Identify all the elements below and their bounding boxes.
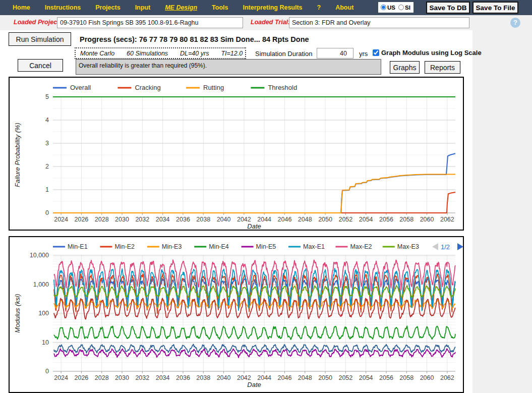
nav-item-interpreting-results[interactable]: Interpreting Results	[243, 4, 302, 11]
units-radio-si[interactable]: SI	[398, 5, 410, 11]
svg-text:2034: 2034	[156, 374, 170, 381]
modulus-chart-panel: 0101001,00010,00020242026202820302032203…	[9, 236, 464, 393]
nav-item-input[interactable]: Input	[135, 4, 151, 11]
legend-next-icon[interactable]	[457, 243, 463, 250]
nav-item-about[interactable]: About	[335, 4, 353, 11]
simulation-duration-input[interactable]	[317, 48, 353, 59]
units-toggle-group: US SI	[378, 2, 413, 13]
svg-text:2028: 2028	[95, 216, 109, 223]
save-to-file-button[interactable]: Save To File	[472, 2, 518, 14]
svg-text:2046: 2046	[278, 216, 292, 223]
svg-text:Min-E5: Min-E5	[256, 243, 276, 250]
reports-button[interactable]: Reports	[425, 61, 460, 74]
svg-text:Cracking: Cracking	[135, 84, 160, 91]
legend-item-min-e3[interactable]: Min-E3	[147, 243, 182, 250]
legend-prev-icon[interactable]	[432, 243, 438, 250]
loaded-trial-label: Loaded Trial:	[251, 19, 290, 26]
series-overall	[53, 153, 455, 213]
svg-text:2026: 2026	[75, 216, 89, 223]
svg-text:2024: 2024	[54, 216, 68, 223]
si-radio[interactable]	[398, 5, 404, 10]
svg-text:Overall: Overall	[70, 84, 91, 91]
status-box: Overall reliability is greater than requ…	[76, 59, 381, 75]
legend-item-cracking[interactable]: Cracking	[117, 84, 160, 91]
svg-text:2038: 2038	[196, 216, 210, 223]
svg-text:2060: 2060	[420, 374, 434, 381]
svg-text:Min-E2: Min-E2	[114, 243, 135, 250]
run-simulation-button[interactable]: Run Simulation	[9, 32, 71, 46]
legend-item-min-e2[interactable]: Min-E2	[100, 243, 135, 250]
units-radio-us[interactable]: US	[381, 5, 395, 11]
svg-text:2056: 2056	[379, 216, 393, 223]
svg-text:Rutting: Rutting	[203, 84, 224, 91]
svg-text:0: 0	[45, 209, 49, 216]
project-bar: Loaded Project: Loaded Trial:	[0, 15, 532, 30]
svg-text:100: 100	[38, 310, 49, 317]
svg-text:4: 4	[45, 117, 49, 124]
legend-item-max-e2[interactable]: Max-E2	[335, 243, 372, 250]
svg-text:0: 0	[45, 368, 49, 375]
monte-carlo-traffic-index: TI=12.0	[221, 50, 243, 57]
svg-text:2048: 2048	[298, 374, 312, 381]
loaded-trial-input[interactable]	[289, 17, 469, 28]
svg-text:2054: 2054	[359, 374, 373, 381]
legend-item-max-e1[interactable]: Max-E1	[288, 243, 325, 250]
monte-carlo-simulations: 60 Simulations	[127, 50, 168, 57]
loaded-project-input[interactable]	[57, 17, 243, 28]
svg-text:2032: 2032	[135, 374, 149, 381]
svg-text:5: 5	[45, 93, 49, 100]
x-axis-title: Date	[247, 222, 261, 230]
nav-item-home[interactable]: Home	[13, 4, 30, 11]
svg-text:2036: 2036	[176, 374, 190, 381]
svg-text:2042: 2042	[237, 374, 251, 381]
svg-text:2060: 2060	[420, 216, 434, 223]
svg-text:2024: 2024	[54, 374, 68, 381]
legend-item-min-e4[interactable]: Min-E4	[194, 243, 229, 250]
simulation-duration-label: Simulation Duration	[255, 50, 312, 58]
chart-legend: OverallCrackingRuttingThreshold	[53, 84, 297, 91]
svg-text:Min-E3: Min-E3	[162, 243, 182, 250]
help-icon[interactable]: ?	[510, 18, 520, 28]
svg-text:2040: 2040	[217, 216, 231, 223]
svg-text:10: 10	[42, 339, 49, 346]
svg-text:2028: 2028	[95, 374, 109, 381]
svg-text:2062: 2062	[440, 216, 454, 223]
series-rutting	[53, 175, 455, 213]
save-to-db-button[interactable]: Save To DB	[426, 2, 470, 14]
svg-text:Min-E4: Min-E4	[209, 243, 229, 250]
us-radio[interactable]	[381, 5, 386, 10]
nav-item-instructions[interactable]: Instructions	[45, 4, 81, 11]
axis-labels: 0123452024202620282030203220342036203820…	[14, 93, 454, 230]
svg-text:10,000: 10,000	[30, 252, 49, 259]
series-cracking	[53, 192, 455, 213]
legend-item-threshold[interactable]: Threshold	[251, 84, 297, 91]
legend-item-min-e1[interactable]: Min-E1	[53, 243, 88, 250]
graphs-button[interactable]: Graphs	[390, 61, 420, 74]
svg-text:2026: 2026	[75, 374, 89, 381]
svg-text:1: 1	[45, 186, 49, 193]
svg-text:Max-E2: Max-E2	[350, 243, 372, 250]
legend-item-max-e3[interactable]: Max-E3	[383, 243, 419, 250]
log-scale-checkbox[interactable]	[373, 49, 379, 56]
legend-item-rutting[interactable]: Rutting	[186, 84, 224, 91]
svg-text:2044: 2044	[257, 374, 271, 381]
svg-text:2062: 2062	[440, 374, 454, 381]
modulus-chart: 0101001,00010,00020242026202820302032203…	[10, 237, 463, 392]
svg-text:2042: 2042	[237, 216, 251, 223]
y-axis-title: Modulus (ksi)	[14, 294, 21, 332]
failure-probability-chart: 0123452024202620282030203220342036203820…	[10, 78, 463, 230]
nav-item-tools[interactable]: Tools	[212, 4, 228, 11]
legend-item-min-e5[interactable]: Min-E5	[242, 243, 276, 250]
chart-legend: Min-E1Min-E2Min-E3Min-E4Min-E5Max-E1Max-…	[53, 243, 463, 251]
series-min-e5	[54, 349, 455, 358]
nav-item-projects[interactable]: Projects	[95, 4, 120, 11]
svg-text:2038: 2038	[196, 374, 210, 381]
legend-item-overall[interactable]: Overall	[53, 84, 91, 91]
failure-probability-chart-panel: 0123452024202620282030203220342036203820…	[9, 77, 464, 231]
monte-carlo-mode: Monte Carlo	[80, 50, 114, 57]
simulation-duration-units: yrs	[359, 50, 368, 58]
cancel-button[interactable]: Cancel	[18, 59, 63, 72]
nav-item-me-design[interactable]: ME Design	[165, 4, 197, 11]
nav-item-help[interactable]: ?	[317, 4, 321, 11]
series-min-e4	[54, 326, 455, 340]
